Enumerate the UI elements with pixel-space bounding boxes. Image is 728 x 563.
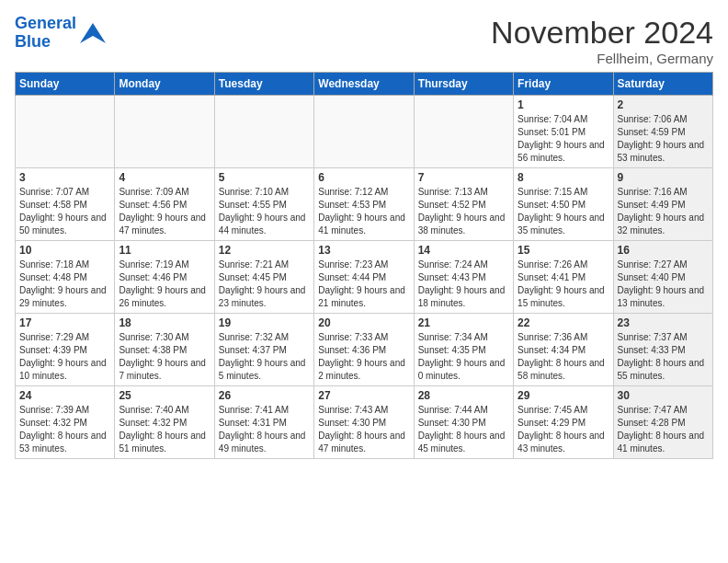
calendar-cell: 28Sunrise: 7:44 AM Sunset: 4:30 PM Dayli… [414, 386, 513, 459]
calendar-week-row: 17Sunrise: 7:29 AM Sunset: 4:39 PM Dayli… [16, 314, 713, 386]
day-info: Sunrise: 7:19 AM Sunset: 4:46 PM Dayligh… [119, 259, 210, 310]
day-info: Sunrise: 7:13 AM Sunset: 4:52 PM Dayligh… [418, 186, 509, 237]
weekday-header-cell: Wednesday [314, 73, 414, 96]
header: GeneralBlue November 2024 Fellheim, Germ… [15, 15, 713, 66]
day-number: 6 [318, 171, 409, 184]
day-info: Sunrise: 7:23 AM Sunset: 4:44 PM Dayligh… [318, 259, 409, 310]
day-number: 2 [618, 98, 709, 111]
day-number: 10 [19, 244, 110, 257]
day-number: 23 [618, 316, 709, 329]
day-number: 26 [219, 389, 310, 402]
day-info: Sunrise: 7:47 AM Sunset: 4:28 PM Dayligh… [618, 404, 709, 455]
calendar-cell: 1Sunrise: 7:04 AM Sunset: 5:01 PM Daylig… [514, 96, 613, 168]
calendar-cell: 21Sunrise: 7:34 AM Sunset: 4:35 PM Dayli… [414, 314, 513, 386]
calendar-week-row: 1Sunrise: 7:04 AM Sunset: 5:01 PM Daylig… [16, 96, 713, 168]
day-number: 27 [318, 389, 409, 402]
calendar-cell: 6Sunrise: 7:12 AM Sunset: 4:53 PM Daylig… [314, 168, 414, 241]
day-info: Sunrise: 7:06 AM Sunset: 4:59 PM Dayligh… [618, 113, 709, 165]
calendar-cell: 9Sunrise: 7:16 AM Sunset: 4:49 PM Daylig… [613, 168, 712, 241]
calendar-cell: 5Sunrise: 7:10 AM Sunset: 4:55 PM Daylig… [214, 168, 313, 241]
calendar-cell: 10Sunrise: 7:18 AM Sunset: 4:48 PM Dayli… [16, 241, 115, 314]
day-info: Sunrise: 7:34 AM Sunset: 4:35 PM Dayligh… [418, 331, 509, 383]
calendar-cell: 24Sunrise: 7:39 AM Sunset: 4:32 PM Dayli… [16, 386, 115, 459]
logo: GeneralBlue [15, 15, 106, 52]
day-info: Sunrise: 7:44 AM Sunset: 4:30 PM Dayligh… [418, 404, 509, 455]
calendar-cell: 3Sunrise: 7:07 AM Sunset: 4:58 PM Daylig… [16, 168, 115, 241]
calendar-cell: 11Sunrise: 7:19 AM Sunset: 4:46 PM Dayli… [115, 241, 214, 314]
month-title: November 2024 [491, 15, 713, 51]
calendar-cell: 4Sunrise: 7:09 AM Sunset: 4:56 PM Daylig… [115, 168, 214, 241]
day-number: 18 [119, 316, 210, 329]
svg-marker-0 [80, 23, 106, 43]
day-number: 3 [19, 171, 110, 184]
day-number: 25 [119, 389, 210, 402]
calendar-cell: 14Sunrise: 7:24 AM Sunset: 4:43 PM Dayli… [414, 241, 513, 314]
day-info: Sunrise: 7:29 AM Sunset: 4:39 PM Dayligh… [19, 331, 110, 383]
logo-icon [80, 23, 106, 43]
calendar-cell [16, 96, 115, 168]
day-number: 7 [418, 171, 509, 184]
calendar-cell: 19Sunrise: 7:32 AM Sunset: 4:37 PM Dayli… [214, 314, 313, 386]
calendar-cell: 29Sunrise: 7:45 AM Sunset: 4:29 PM Dayli… [514, 386, 613, 459]
day-info: Sunrise: 7:27 AM Sunset: 4:40 PM Dayligh… [618, 259, 709, 310]
day-info: Sunrise: 7:07 AM Sunset: 4:58 PM Dayligh… [19, 186, 110, 237]
calendar-cell: 27Sunrise: 7:43 AM Sunset: 4:30 PM Dayli… [314, 386, 414, 459]
calendar-cell [414, 96, 513, 168]
day-info: Sunrise: 7:04 AM Sunset: 5:01 PM Dayligh… [518, 113, 609, 165]
calendar-table: SundayMondayTuesdayWednesdayThursdayFrid… [15, 72, 713, 459]
calendar-cell: 7Sunrise: 7:13 AM Sunset: 4:52 PM Daylig… [414, 168, 513, 241]
calendar-cell: 20Sunrise: 7:33 AM Sunset: 4:36 PM Dayli… [314, 314, 414, 386]
weekday-header-cell: Saturday [613, 73, 712, 96]
page-container: GeneralBlue November 2024 Fellheim, Germ… [0, 0, 728, 468]
calendar-week-row: 24Sunrise: 7:39 AM Sunset: 4:32 PM Dayli… [16, 386, 713, 459]
day-number: 24 [19, 389, 110, 402]
day-info: Sunrise: 7:45 AM Sunset: 4:29 PM Dayligh… [518, 404, 609, 455]
calendar-cell: 16Sunrise: 7:27 AM Sunset: 4:40 PM Dayli… [613, 241, 712, 314]
day-number: 14 [418, 244, 509, 257]
day-info: Sunrise: 7:12 AM Sunset: 4:53 PM Dayligh… [318, 186, 409, 237]
day-info: Sunrise: 7:32 AM Sunset: 4:37 PM Dayligh… [219, 331, 310, 383]
calendar-cell: 17Sunrise: 7:29 AM Sunset: 4:39 PM Dayli… [16, 314, 115, 386]
calendar-cell: 25Sunrise: 7:40 AM Sunset: 4:32 PM Dayli… [115, 386, 214, 459]
day-number: 28 [418, 389, 509, 402]
day-number: 15 [518, 244, 609, 257]
day-number: 12 [219, 244, 310, 257]
day-info: Sunrise: 7:36 AM Sunset: 4:34 PM Dayligh… [518, 331, 609, 383]
day-info: Sunrise: 7:15 AM Sunset: 4:50 PM Dayligh… [518, 186, 609, 237]
day-number: 17 [19, 316, 110, 329]
weekday-header-cell: Monday [115, 73, 214, 96]
day-number: 11 [119, 244, 210, 257]
calendar-cell: 13Sunrise: 7:23 AM Sunset: 4:44 PM Dayli… [314, 241, 414, 314]
calendar-cell [115, 96, 214, 168]
day-info: Sunrise: 7:37 AM Sunset: 4:33 PM Dayligh… [618, 331, 709, 383]
day-number: 30 [618, 389, 709, 402]
day-info: Sunrise: 7:41 AM Sunset: 4:31 PM Dayligh… [219, 404, 310, 455]
day-number: 16 [618, 244, 709, 257]
day-number: 19 [219, 316, 310, 329]
calendar-week-row: 10Sunrise: 7:18 AM Sunset: 4:48 PM Dayli… [16, 241, 713, 314]
day-info: Sunrise: 7:24 AM Sunset: 4:43 PM Dayligh… [418, 259, 509, 310]
calendar-cell: 22Sunrise: 7:36 AM Sunset: 4:34 PM Dayli… [514, 314, 613, 386]
weekday-header-cell: Friday [514, 73, 613, 96]
calendar-body: 1Sunrise: 7:04 AM Sunset: 5:01 PM Daylig… [16, 96, 713, 459]
day-number: 5 [219, 171, 310, 184]
calendar-cell: 15Sunrise: 7:26 AM Sunset: 4:41 PM Dayli… [514, 241, 613, 314]
day-info: Sunrise: 7:30 AM Sunset: 4:38 PM Dayligh… [119, 331, 210, 383]
day-info: Sunrise: 7:18 AM Sunset: 4:48 PM Dayligh… [19, 259, 110, 310]
day-info: Sunrise: 7:16 AM Sunset: 4:49 PM Dayligh… [618, 186, 709, 237]
day-number: 4 [119, 171, 210, 184]
day-number: 29 [518, 389, 609, 402]
day-number: 13 [318, 244, 409, 257]
day-number: 21 [418, 316, 509, 329]
weekday-header-row: SundayMondayTuesdayWednesdayThursdayFrid… [16, 73, 713, 96]
logo-text: GeneralBlue [15, 15, 76, 52]
calendar-cell [314, 96, 414, 168]
day-number: 22 [518, 316, 609, 329]
day-number: 9 [618, 171, 709, 184]
day-number: 20 [318, 316, 409, 329]
day-info: Sunrise: 7:21 AM Sunset: 4:45 PM Dayligh… [219, 259, 310, 310]
calendar-cell: 12Sunrise: 7:21 AM Sunset: 4:45 PM Dayli… [214, 241, 313, 314]
day-info: Sunrise: 7:40 AM Sunset: 4:32 PM Dayligh… [119, 404, 210, 455]
day-info: Sunrise: 7:33 AM Sunset: 4:36 PM Dayligh… [318, 331, 409, 383]
weekday-header-cell: Thursday [414, 73, 513, 96]
